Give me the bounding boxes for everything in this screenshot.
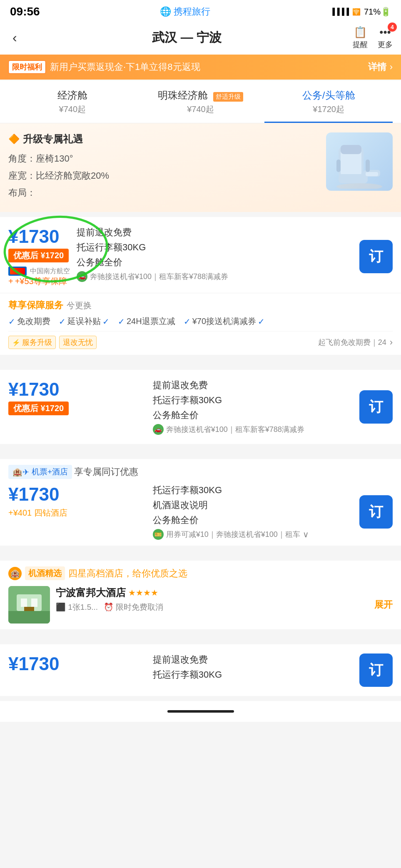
check-icon-2b: ✓ bbox=[102, 317, 110, 327]
hotel-feature-1: 托运行李额30KG bbox=[153, 484, 359, 496]
benz-icon-2: 🚗 bbox=[153, 424, 164, 435]
promo-text: 新用户买票返现金·下1单立得8元返现 bbox=[50, 61, 368, 73]
divider-1 bbox=[0, 360, 401, 365]
feature-2-2: 托运行李额30KG bbox=[153, 394, 359, 407]
check-icon-3: ✓ bbox=[118, 317, 125, 327]
flight-info-section-2: 提前退改免费 托运行李额30KG 公务舱全价 🚗 奔驰接送机省¥100｜租车新客… bbox=[146, 379, 359, 435]
check-icon-1: ✓ bbox=[8, 317, 15, 327]
flight-main-row-2: ¥1730 优惠后 ¥1720 提前退改免费 托运行李额30KG 公务舱全价 🚗… bbox=[8, 379, 393, 435]
nav-actions: 📋 提醒 4 ••• 更多 bbox=[353, 26, 393, 50]
service-features: ✓ 免改期费 ✓ 延误补贴 ✓ ✓ 24H退票立减 ✓ ¥70接送机满减券 ✓ bbox=[8, 316, 393, 327]
hotel-feature-3: 公务舱全价 bbox=[153, 514, 359, 526]
svg-rect-14 bbox=[31, 599, 37, 607]
book-button-1[interactable]: 订 bbox=[359, 240, 393, 273]
status-icons: ▐▐▐▐ 🛜 71%🔋 bbox=[330, 7, 391, 17]
promo-sub-2: 🚗 奔驰接送机省¥100｜租车新客¥788满减券 bbox=[153, 424, 359, 435]
service-title-row: 尊享保障服务 兮更换 bbox=[8, 299, 393, 312]
feature-1-3: 公务舱全价 bbox=[77, 256, 359, 269]
hotel-rec-tag: 机酒精选 bbox=[25, 566, 65, 580]
green-circle-wrapper: ¥1730 优惠后 ¥1720 中国南方航空 + +¥53尊享保障 bbox=[8, 226, 70, 287]
hotel-stars: ★★★★ bbox=[128, 588, 158, 598]
app-name: 🌐 携程旅行 bbox=[160, 5, 210, 18]
check-icon-4: ✓ bbox=[184, 317, 191, 327]
hotel-promo-more: ∨ bbox=[303, 529, 309, 539]
upgrade-tag: ⚡ 服务升级 bbox=[8, 336, 56, 349]
check-icon-2: ✓ bbox=[59, 317, 66, 327]
airline-name-1: 中国南方航空 bbox=[30, 267, 70, 276]
flight-info-section-1: 提前退改免费 托运行李额30KG 公务舱全价 🚗 奔驰接送机省¥100｜租车新客… bbox=[70, 226, 359, 282]
tab-economy[interactable]: 经济舱 ¥740起 bbox=[8, 89, 137, 123]
service-more-text: 起飞前免改期费｜24 bbox=[100, 337, 386, 347]
promo-sub-1: 🚗 奔驰接送机省¥100｜租车新客¥788满减券 bbox=[77, 271, 359, 282]
more-label: 更多 bbox=[378, 40, 393, 50]
tab-business[interactable]: 公务/头等舱 ¥1720起 bbox=[264, 89, 393, 123]
divider-3 bbox=[0, 551, 401, 556]
service-item-4: ✓ ¥70接送机满减券 ✓ bbox=[184, 316, 265, 327]
home-indicator bbox=[167, 710, 234, 713]
flight-card-1-main: ¥1730 优惠后 ¥1720 中国南方航空 + +¥53尊享保障 提前退 bbox=[0, 217, 401, 293]
upgrade-detail-2: 座宽：比经济舱宽敞20% bbox=[8, 169, 319, 182]
refund-tag: 退改无忧 bbox=[59, 336, 97, 349]
hotel-rec-icon: 🏨 bbox=[8, 567, 22, 580]
promo-banner[interactable]: 限时福利 新用户买票返现金·下1单立得8元返现 详情 › bbox=[0, 55, 401, 80]
hotel-flight-main: ¥1730 +¥401 四钻酒店 托运行李额30KG 机酒退改说明 公务舱全价 … bbox=[8, 484, 393, 546]
hotel-rec-body: 宁波富邦大酒店 ★★★★ ⬛ 1张1.5... ⏰ 限时免费取消 展开 bbox=[8, 586, 393, 624]
svg-rect-11 bbox=[8, 611, 50, 624]
upgrade-left: 🔶 升级专属礼遇 角度：座椅130° 座宽：比经济舱宽敞20% 布局： bbox=[8, 132, 319, 203]
service-title: 尊享保障服务 bbox=[8, 299, 63, 312]
cabin-tabs: 经济舱 ¥740起 明珠经济舱 舒适升级 ¥740起 公务/头等舱 ¥1720起 bbox=[0, 80, 401, 123]
wifi-icon: 🛜 bbox=[352, 8, 361, 16]
hotel-ticket-header: 🏨✈ 机票+酒店 享专属同订优惠 bbox=[8, 465, 393, 484]
check-icon-4b: ✓ bbox=[258, 317, 265, 327]
promo-detail[interactable]: 详情 bbox=[368, 61, 386, 73]
svg-point-0 bbox=[336, 183, 382, 189]
nav-bar: ‹ 武汉 — 宁波 📋 提醒 4 ••• 更多 bbox=[0, 22, 401, 55]
divider-2 bbox=[0, 449, 401, 454]
feature-1-1: 提前退改免费 bbox=[77, 226, 359, 239]
flight-info-section-3: 提前退改免费 托运行李额30KG bbox=[146, 653, 359, 683]
back-button[interactable]: ‹ bbox=[8, 28, 21, 47]
upgrade-detail-3: 布局： bbox=[8, 186, 319, 200]
hotel-ticket-section: 🏨✈ 机票+酒店 享专属同订优惠 ¥1730 +¥401 四钻酒店 托运行李额3… bbox=[0, 459, 401, 546]
hotel-expand-button[interactable]: 展开 bbox=[374, 599, 393, 611]
hotel-meta-1: ⬛ 1张1.5... bbox=[56, 602, 98, 613]
more-button[interactable]: 4 ••• 更多 bbox=[378, 26, 393, 50]
svg-rect-4 bbox=[339, 174, 368, 183]
service-upgrade-section: 尊享保障服务 兮更换 ✓ 免改期费 ✓ 延误补贴 ✓ ✓ 24H退票立减 ✓ ¥… bbox=[0, 293, 401, 355]
airline-logo-1 bbox=[8, 267, 27, 276]
book-button-2[interactable]: 订 bbox=[359, 390, 393, 424]
upgrade-title-row: 🔶 升级专属礼遇 bbox=[8, 132, 319, 146]
tab-pearl-economy[interactable]: 明珠经济舱 舒适升级 ¥740起 bbox=[137, 89, 265, 123]
price-main-2: ¥1730 bbox=[8, 379, 146, 400]
service-upgrade-tag-row: ⚡ 服务升级 退改无忧 起飞前免改期费｜24 › bbox=[8, 331, 393, 349]
reminder-label: 提醒 bbox=[353, 40, 368, 50]
benz-icon: 🚗 bbox=[77, 271, 87, 282]
guarantee-tag-1: + +¥53尊享保障 bbox=[8, 276, 70, 287]
promo-sub-text-2: 奔驰接送机省¥100｜租车新客¥788满减券 bbox=[166, 424, 304, 434]
seat-illustration bbox=[326, 132, 393, 191]
book-button-3[interactable]: 订 bbox=[359, 653, 393, 687]
hotel-promo-icon: 🎫 bbox=[153, 529, 164, 540]
hotel-flight-info: 托运行李额30KG 机酒退改说明 公务舱全价 🎫 用券可减¥10｜奔驰接送机省¥… bbox=[146, 484, 359, 540]
promo-sub-text-1: 奔驰接送机省¥100｜租车新客¥788满减券 bbox=[90, 272, 228, 282]
reminder-icon: 📋 bbox=[354, 26, 367, 39]
price-main-3: ¥1730 bbox=[8, 653, 146, 674]
hotel-rec-section: 🏨 机酒精选 四星高档酒店，给你优质之选 宁波富邦大酒店 ★★★★ ⬛ 1张1.… bbox=[0, 561, 401, 629]
book-button-hotel[interactable]: 订 bbox=[359, 495, 393, 529]
hotel-thumbnail bbox=[8, 586, 50, 624]
hotel-promo-text: 用券可减¥10｜奔驰接送机省¥100｜租车 bbox=[166, 529, 300, 539]
hotel-ticket-icon: 🏨✈ bbox=[12, 467, 29, 477]
svg-rect-7 bbox=[336, 160, 341, 172]
reminder-button[interactable]: 📋 提醒 bbox=[353, 26, 368, 50]
hotel-ticket-tag: 🏨✈ 机票+酒店 bbox=[8, 465, 72, 479]
hotel-name-row: 宁波富邦大酒店 ★★★★ bbox=[56, 586, 369, 599]
bottom-bar bbox=[0, 701, 401, 722]
flight-card-3: ¥1730 提前退改免费 托运行李额30KG 订 bbox=[0, 644, 401, 696]
guarantee-label-1: +¥53尊享保障 bbox=[15, 276, 67, 287]
divider-4 bbox=[0, 634, 401, 639]
cabin-badge: 舒适升级 bbox=[213, 92, 243, 102]
hotel-info: 宁波富邦大酒店 ★★★★ ⬛ 1张1.5... ⏰ 限时免费取消 bbox=[56, 586, 369, 613]
signal-icon: ▐▐▐▐ bbox=[330, 8, 349, 15]
feature-3-2: 托运行李额30KG bbox=[153, 668, 359, 681]
flight-card-2: ¥1730 优惠后 ¥1720 提前退改免费 托运行李额30KG 公务舱全价 🚗… bbox=[0, 370, 401, 444]
